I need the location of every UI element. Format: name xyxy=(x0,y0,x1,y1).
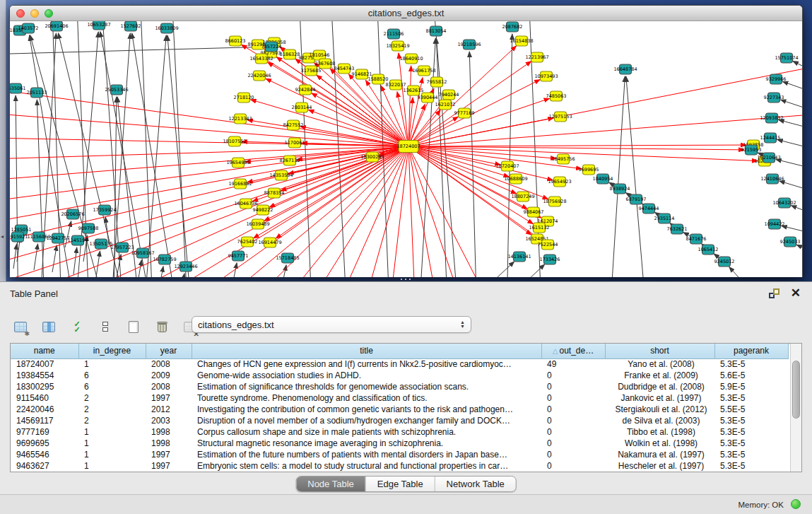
table-row[interactable]: 946554611997Estimation of the future num… xyxy=(11,449,788,460)
table-row[interactable]: 946362711997Embryonic stem cells: a mode… xyxy=(11,460,788,472)
graph-node-label: 16039489 xyxy=(246,221,269,227)
close-window-button[interactable] xyxy=(16,9,25,18)
column-header-name[interactable]: name xyxy=(11,344,78,358)
table-cell: Investigating the contribution of common… xyxy=(192,404,541,415)
table-row[interactable]: 911546021997Tourette syndrome. Phenomeno… xyxy=(11,392,788,404)
graph-node-label: 9227343 xyxy=(764,95,784,100)
table-row[interactable]: 1456911722003Disruption of a novel membe… xyxy=(11,415,788,426)
memory-status-label: Memory: OK xyxy=(738,501,784,509)
table-cell: 1 xyxy=(78,460,146,472)
table-row[interactable]: 1938455462009Genome-wide association stu… xyxy=(11,370,788,381)
graph-node-label: 9474444 xyxy=(639,206,659,211)
new-table-button[interactable] xyxy=(123,315,144,338)
graph-node-label: 2367608 xyxy=(315,61,336,66)
cytoscape-app: ◂ citations_edges.txt xyxy=(0,0,812,514)
column-header-in_degree[interactable]: in_degree xyxy=(78,344,146,358)
graph-edge xyxy=(408,145,746,146)
graph-edge xyxy=(158,267,163,277)
graph-edge xyxy=(408,146,420,277)
graph-node-label: 17359924 xyxy=(93,207,116,213)
tab-edge-table[interactable]: Edge Table xyxy=(365,477,435,491)
panel-collapse-strip[interactable]: ◂ xyxy=(0,0,6,281)
graph-edge xyxy=(180,274,184,277)
graph-node-label: 1094422 xyxy=(765,221,785,227)
table-cell: 9463627 xyxy=(11,460,78,472)
table-row[interactable]: 969969511998Structural magnetic resonanc… xyxy=(11,438,788,449)
table-row[interactable]: 1830029562008Estimation of significance … xyxy=(11,381,788,392)
graph-node-label: 18720407 xyxy=(495,163,519,169)
scrollbar-thumb[interactable] xyxy=(792,361,800,419)
window-titlebar[interactable]: citations_edges.txt xyxy=(10,6,802,21)
select-all-button[interactable]: ✓✓ xyxy=(66,315,88,338)
tab-network-table[interactable]: Network Table xyxy=(435,477,516,491)
table-cell: Tourette syndrome. Phenomenology and cla… xyxy=(192,392,541,404)
column-header-year[interactable]: year xyxy=(146,344,192,358)
graph-node-label: 22420046 xyxy=(247,73,271,78)
network-view[interactable]: 1872400786601238912955182260589827503165… xyxy=(10,21,802,277)
zoom-window-button[interactable] xyxy=(45,9,53,18)
table-cell: 0 xyxy=(541,404,605,415)
network-window[interactable]: citations_edges.txt 18724007866012389129… xyxy=(9,5,803,277)
graph-node-label: 12093832 xyxy=(760,115,783,121)
new-document-icon xyxy=(129,321,139,333)
float-panel-icon[interactable] xyxy=(769,288,779,298)
table-cell: 5.9E-5 xyxy=(714,381,788,392)
graph-node-label: 7522544 xyxy=(538,242,558,247)
graph-node-label: 1403572 xyxy=(18,25,39,31)
graph-node-label: 13505135 xyxy=(89,241,112,247)
table-cell: 0 xyxy=(541,449,605,460)
column-header-pagerank[interactable]: pagerank xyxy=(714,344,788,358)
graph-edge xyxy=(408,64,802,146)
column-header-out_de[interactable]: △out_de… xyxy=(541,344,605,358)
window-title: citations_edges.txt xyxy=(10,8,802,18)
close-panel-icon[interactable]: ✕ xyxy=(791,286,801,300)
memory-status-indicator[interactable] xyxy=(791,499,801,509)
table-options-button[interactable]: ✱ xyxy=(10,315,31,338)
table-cell: Wolkin et al. (1998) xyxy=(605,438,714,449)
delete-rows-button[interactable] xyxy=(151,315,172,338)
table-cell: 22420046 xyxy=(11,404,78,415)
graph-edge xyxy=(408,146,556,158)
collapse-arrow-icon[interactable]: ◂ xyxy=(1,233,4,240)
row-mode-button[interactable] xyxy=(95,315,116,338)
graph-node-label: 16033809 xyxy=(155,25,178,31)
show-columns-button[interactable] xyxy=(38,315,59,338)
table-cell: 2012 xyxy=(146,404,192,415)
graph-node-label: 20206576 xyxy=(61,211,84,217)
tab-node-table[interactable]: Node Table xyxy=(296,477,365,491)
table-vertical-scrollbar[interactable] xyxy=(790,344,801,472)
column-header-short[interactable]: short xyxy=(605,344,714,358)
split-divider-grip[interactable] xyxy=(399,278,412,281)
table-row[interactable]: 977716911998Corpus callosum shape and si… xyxy=(11,426,788,438)
graph-node-label: 18300295 xyxy=(360,154,384,160)
graph-edge xyxy=(434,21,462,277)
table-cell: 9115460 xyxy=(11,392,78,404)
graph-node-label: 12213967 xyxy=(525,54,548,60)
trash-icon xyxy=(157,321,167,333)
graph-node-label: 9884067 xyxy=(524,209,544,215)
table-cell: 0 xyxy=(541,415,605,426)
table-cell: 5.3E-5 xyxy=(714,438,788,449)
column-header-title[interactable]: title xyxy=(192,344,541,358)
graph-node-label: 1170061 xyxy=(285,140,305,146)
table-source-select[interactable]: citations_edges.txt ▲▼ xyxy=(192,316,471,333)
graph-node-label: 10643202 xyxy=(772,200,796,206)
graph-node-label: 15751074 xyxy=(775,55,798,61)
minimize-window-button[interactable] xyxy=(30,9,39,18)
graph-node-label: 16648784 xyxy=(613,66,637,72)
graph-edge xyxy=(408,146,509,177)
graph-edge xyxy=(779,181,802,191)
table-row[interactable]: 1872400712008Changes of HCN gene express… xyxy=(11,358,788,370)
graph-node-label: 16961758 xyxy=(412,68,435,74)
table-cell: 5.6E-5 xyxy=(714,370,788,381)
network-desktop: ◂ citations_edges.txt xyxy=(0,0,812,281)
graph-node-label: 7625402 xyxy=(237,239,258,245)
graph-node-label: 8267130 xyxy=(280,158,300,163)
graph-edge xyxy=(729,267,745,277)
table-cell: 1997 xyxy=(146,460,192,472)
table-row[interactable]: 2242004622012Investigating the contribut… xyxy=(11,404,788,415)
table-cell: 2003 xyxy=(146,415,192,426)
table-tabs: Node Table Edge Table Network Table xyxy=(295,476,517,492)
table-cell: Disruption of a novel member of a sodium… xyxy=(192,415,541,426)
graph-node-label: 16154838 xyxy=(510,38,533,44)
